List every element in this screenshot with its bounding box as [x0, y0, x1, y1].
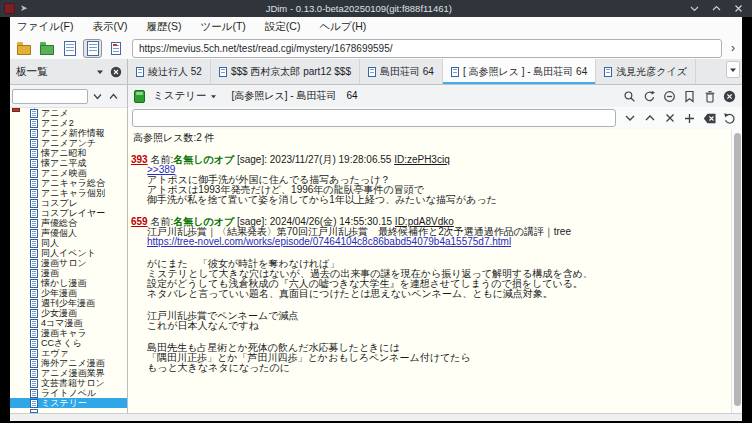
sidebar-board-item[interactable]: アニメ2 [10, 118, 127, 128]
tab-thread[interactable]: 綾辻行人 52 [128, 59, 211, 84]
board-doc-icon [30, 119, 38, 128]
sidebar-tab-label: 板一覧 [16, 65, 96, 79]
sidebar-board-item[interactable]: 少年漫画 [10, 288, 127, 298]
minimize-icon[interactable] [690, 4, 699, 13]
board-doc-icon [30, 189, 38, 198]
sidebar-board-item[interactable]: 少女漫画 [10, 308, 127, 318]
sidebar-board-item[interactable]: コスプレイヤー [10, 208, 127, 218]
thread-doc-icon [451, 67, 459, 77]
sidebar-board-item[interactable]: 4コマ漫画 [10, 318, 127, 328]
chevron-down-icon[interactable] [91, 90, 104, 103]
menu-item[interactable]: 履歴(S) [146, 20, 181, 34]
chevron-up-icon[interactable] [642, 111, 657, 126]
board-doc-icon [30, 359, 38, 368]
board-label: アニキャラ個別 [41, 188, 105, 198]
undo-icon[interactable] [722, 111, 737, 126]
sidebar-board-item[interactable]: アニメ映画 [10, 168, 127, 178]
post-name[interactable]: 名無しのオプ [173, 154, 234, 165]
sidebar-board-item[interactable]: アニメ新作情報 [10, 128, 127, 138]
clear-icon[interactable] [662, 111, 677, 126]
sidebar-board-item[interactable]: ミステリー [10, 398, 127, 408]
post-id[interactable]: ID:zePH3ciq [394, 154, 450, 165]
board-label: コスプレイヤー [41, 208, 105, 218]
sidebar-board-item[interactable]: 同人イベント [10, 248, 127, 258]
sidebar-board-item[interactable]: 文芸書籍サロン [10, 378, 127, 388]
bookmark-icon[interactable] [682, 89, 697, 104]
sidebar-board-item[interactable]: CCさくら [10, 338, 127, 348]
scrollbar-thumb[interactable] [734, 133, 741, 406]
search-icon[interactable] [622, 89, 637, 104]
tab-thread[interactable]: 浅見光彦クイズ [596, 59, 696, 84]
close-circle-icon[interactable] [722, 89, 737, 104]
tab-thread[interactable]: 島田荘司 64 [360, 59, 443, 84]
window-titlebar[interactable]: ➤ JDim - 0.13.0-beta20250109(git:f888f11… [0, 0, 752, 17]
thread-toolbar: ミステリー [高参照レス] - 島田荘司 64 [128, 85, 742, 107]
favorites-icon[interactable] [37, 39, 56, 58]
tab-label: $$$ 西村京太郎 part12 $$$ [231, 65, 351, 79]
thread-list-icon[interactable] [60, 39, 79, 58]
tab-thread[interactable]: $$$ 西村京太郎 part12 $$$ [211, 59, 360, 84]
main-toolbar: › [10, 37, 742, 59]
board-doc-icon [30, 309, 38, 318]
sidebar-board-item[interactable]: 声優個人 [10, 228, 127, 238]
maximize-icon[interactable] [712, 4, 721, 13]
url-input[interactable] [132, 39, 722, 58]
delete-icon[interactable] [702, 89, 717, 104]
board-doc-icon [30, 259, 38, 268]
content-scrollbar[interactable] [731, 129, 742, 413]
backspace-icon[interactable] [702, 111, 717, 126]
board-dropdown-button[interactable]: ミステリー [150, 89, 220, 103]
sidebar-board-item[interactable]: アニメ [10, 108, 127, 118]
sidebar-board-item[interactable]: ライトノベル [10, 388, 127, 398]
sidebar-tab[interactable]: 板一覧 [10, 59, 128, 84]
board-doc-icon [30, 399, 38, 408]
close-circle-icon[interactable] [110, 66, 122, 78]
board-label: 海外アニメ漫画 [41, 358, 105, 368]
tab-overflow-button[interactable] [726, 61, 740, 78]
chevron-down-icon[interactable] [622, 111, 637, 126]
sidebar-board-item[interactable]: 懐アニ平成 [10, 158, 127, 168]
menu-item[interactable]: ファイル(F) [17, 20, 73, 34]
sidebar-board-item[interactable]: コスプレ [10, 198, 127, 208]
sidebar-board-item[interactable]: アニメ漫画業界 [10, 368, 127, 378]
sidebar-board-item[interactable]: 同人 [10, 238, 127, 248]
sidebar-board-item[interactable]: エヴァ [10, 348, 127, 358]
board-list-pane: アニメアニメ2アニメ新作情報アニメアンチ懐アニ昭和懐アニ平成アニメ映画アニキャラ… [10, 85, 128, 413]
menu-item[interactable]: 設定(C) [265, 20, 301, 34]
sidebar-board-item[interactable]: 声優総合 [10, 218, 127, 228]
sidebar-board-item[interactable]: 懐かし漫画 [10, 278, 127, 288]
sidebar-board-item[interactable]: 漫画サロン [10, 258, 127, 268]
close-icon[interactable] [734, 4, 743, 13]
thread-view-icon[interactable] [83, 39, 102, 58]
thread-doc-icon [136, 67, 144, 77]
board-label: 懐アニ昭和 [41, 148, 86, 158]
post-number[interactable]: 393 [131, 154, 148, 165]
sidebar-board-item[interactable]: 漫画 [10, 268, 127, 278]
menu-item[interactable]: ヘルプ(H) [319, 20, 366, 34]
chevron-down-icon[interactable] [96, 69, 104, 75]
sidebar-board-item[interactable]: 海外アニメ漫画 [10, 358, 127, 368]
sidebar-board-item[interactable]: アニメアンチ [10, 138, 127, 148]
sidebar-board-item[interactable]: 懐アニ昭和 [10, 148, 127, 158]
tab-active-thread[interactable]: [ 高参照レス ] - 島田荘司 64 [443, 59, 596, 84]
go-button[interactable]: › [726, 39, 740, 57]
menu-item[interactable]: 表示(V) [92, 20, 127, 34]
sidebar-board-item[interactable]: アニキャラ個別 [10, 188, 127, 198]
sidebar-board-item[interactable]: アニキャラ総合 [10, 178, 127, 188]
board-doc-icon [30, 349, 38, 358]
thread-search-input[interactable] [132, 109, 616, 127]
bbs-list-icon[interactable] [14, 39, 33, 58]
write-icon[interactable] [662, 89, 677, 104]
thread-content[interactable]: 高参照レス数:2 件 393 名前:名無しのオプ [sage]: 2023/11… [128, 129, 731, 413]
reload-icon[interactable] [642, 89, 657, 104]
url-link[interactable]: https://tree-novel.com/works/episode/074… [147, 236, 511, 247]
board-filter-input[interactable] [12, 89, 88, 104]
sidebar-board-item[interactable]: 漫画キャラ [10, 328, 127, 338]
board-label: CCさくら [41, 338, 82, 348]
post-number[interactable]: 659 [131, 216, 148, 227]
image-view-icon[interactable] [106, 39, 125, 58]
sidebar-board-item[interactable]: 週刊少年漫画 [10, 298, 127, 308]
plus-icon[interactable] [682, 111, 697, 126]
menu-item[interactable]: ツール(T) [200, 20, 245, 34]
chevron-up-icon[interactable] [107, 90, 120, 103]
